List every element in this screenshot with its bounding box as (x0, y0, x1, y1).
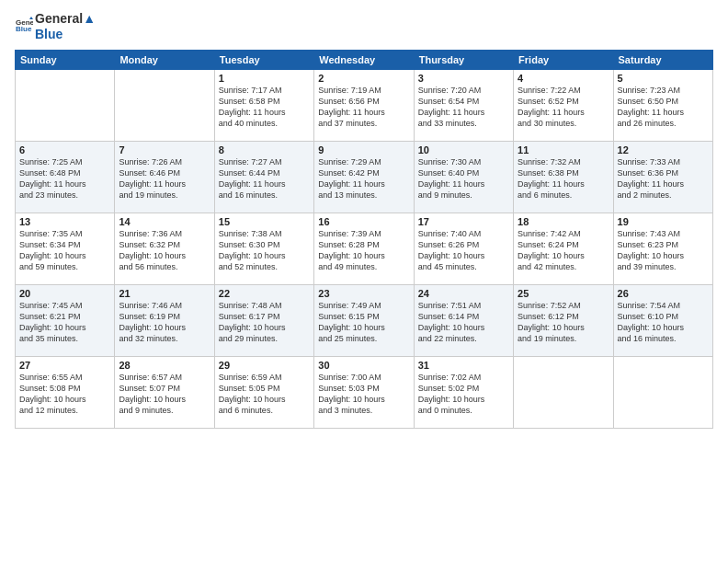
calendar-cell: 1Sunrise: 7:17 AM Sunset: 6:58 PM Daylig… (214, 69, 313, 141)
calendar-cell: 23Sunrise: 7:49 AM Sunset: 6:15 PM Dayli… (314, 284, 414, 356)
day-number: 27 (19, 360, 110, 371)
calendar-cell: 2Sunrise: 7:19 AM Sunset: 6:56 PM Daylig… (314, 69, 414, 141)
calendar-week-row: 6Sunrise: 7:25 AM Sunset: 6:48 PM Daylig… (16, 141, 713, 213)
day-number: 22 (219, 288, 310, 299)
day-info: Sunrise: 7:39 AM Sunset: 6:28 PM Dayligh… (318, 228, 409, 273)
weekday-header-row: SundayMondayTuesdayWednesdayThursdayFrid… (16, 50, 713, 69)
day-number: 11 (518, 144, 609, 155)
day-info: Sunrise: 7:23 AM Sunset: 6:50 PM Dayligh… (618, 85, 709, 130)
day-info: Sunrise: 6:59 AM Sunset: 5:05 PM Dayligh… (219, 372, 310, 417)
calendar-cell: 30Sunrise: 7:00 AM Sunset: 5:03 PM Dayli… (314, 356, 414, 428)
calendar-cell (613, 356, 712, 428)
weekday-header-friday: Friday (514, 50, 613, 69)
calendar-page: General Blue General▲ Blue SundayMondayT… (0, 0, 728, 563)
calendar-cell: 24Sunrise: 7:51 AM Sunset: 6:14 PM Dayli… (414, 284, 513, 356)
header: General Blue General▲ Blue (15, 11, 713, 42)
calendar-cell: 25Sunrise: 7:52 AM Sunset: 6:12 PM Dayli… (514, 284, 613, 356)
logo-text-line2: Blue (35, 27, 96, 42)
calendar-cell: 17Sunrise: 7:40 AM Sunset: 6:26 PM Dayli… (414, 213, 513, 284)
calendar-week-row: 1Sunrise: 7:17 AM Sunset: 6:58 PM Daylig… (16, 69, 713, 141)
svg-marker-2 (29, 17, 33, 19)
day-number: 29 (219, 360, 310, 371)
day-number: 8 (219, 144, 310, 155)
calendar-cell: 21Sunrise: 7:46 AM Sunset: 6:19 PM Dayli… (115, 284, 214, 356)
weekday-header-monday: Monday (115, 50, 214, 69)
calendar-cell: 31Sunrise: 7:02 AM Sunset: 5:02 PM Dayli… (414, 356, 513, 428)
day-info: Sunrise: 7:38 AM Sunset: 6:30 PM Dayligh… (219, 228, 310, 273)
calendar-cell: 7Sunrise: 7:26 AM Sunset: 6:46 PM Daylig… (115, 141, 214, 213)
calendar-cell: 22Sunrise: 7:48 AM Sunset: 6:17 PM Dayli… (214, 284, 313, 356)
day-info: Sunrise: 7:43 AM Sunset: 6:23 PM Dayligh… (618, 228, 709, 273)
calendar-cell (16, 69, 115, 141)
calendar-cell: 28Sunrise: 6:57 AM Sunset: 5:07 PM Dayli… (115, 356, 214, 428)
day-info: Sunrise: 7:45 AM Sunset: 6:21 PM Dayligh… (19, 300, 110, 345)
calendar-cell: 20Sunrise: 7:45 AM Sunset: 6:21 PM Dayli… (16, 284, 115, 356)
day-info: Sunrise: 7:25 AM Sunset: 6:48 PM Dayligh… (19, 156, 110, 201)
calendar-cell (514, 356, 613, 428)
day-number: 14 (119, 216, 210, 227)
day-number: 9 (318, 144, 409, 155)
logo: General Blue General▲ Blue (15, 11, 96, 42)
day-number: 23 (318, 288, 409, 299)
day-number: 20 (19, 288, 110, 299)
calendar-week-row: 27Sunrise: 6:55 AM Sunset: 5:08 PM Dayli… (16, 356, 713, 428)
weekday-header-tuesday: Tuesday (214, 50, 313, 69)
day-number: 5 (618, 73, 709, 84)
day-info: Sunrise: 7:00 AM Sunset: 5:03 PM Dayligh… (318, 372, 409, 417)
day-info: Sunrise: 7:52 AM Sunset: 6:12 PM Dayligh… (518, 300, 609, 345)
day-info: Sunrise: 7:30 AM Sunset: 6:40 PM Dayligh… (418, 156, 509, 201)
calendar-cell: 8Sunrise: 7:27 AM Sunset: 6:44 PM Daylig… (214, 141, 313, 213)
calendar-cell: 6Sunrise: 7:25 AM Sunset: 6:48 PM Daylig… (16, 141, 115, 213)
calendar-cell: 19Sunrise: 7:43 AM Sunset: 6:23 PM Dayli… (613, 213, 712, 284)
day-number: 16 (318, 216, 409, 227)
day-info: Sunrise: 7:51 AM Sunset: 6:14 PM Dayligh… (418, 300, 509, 345)
day-info: Sunrise: 7:35 AM Sunset: 6:34 PM Dayligh… (19, 228, 110, 273)
calendar-cell: 9Sunrise: 7:29 AM Sunset: 6:42 PM Daylig… (314, 141, 414, 213)
day-info: Sunrise: 7:29 AM Sunset: 6:42 PM Dayligh… (318, 156, 409, 201)
day-number: 28 (119, 360, 210, 371)
calendar-cell: 26Sunrise: 7:54 AM Sunset: 6:10 PM Dayli… (613, 284, 712, 356)
day-number: 21 (119, 288, 210, 299)
day-number: 6 (19, 144, 110, 155)
calendar-cell: 5Sunrise: 7:23 AM Sunset: 6:50 PM Daylig… (613, 69, 712, 141)
calendar-cell: 10Sunrise: 7:30 AM Sunset: 6:40 PM Dayli… (414, 141, 513, 213)
calendar-cell: 15Sunrise: 7:38 AM Sunset: 6:30 PM Dayli… (214, 213, 313, 284)
day-info: Sunrise: 7:27 AM Sunset: 6:44 PM Dayligh… (219, 156, 310, 201)
day-number: 26 (618, 288, 709, 299)
calendar-table: SundayMondayTuesdayWednesdayThursdayFrid… (15, 50, 713, 429)
day-info: Sunrise: 7:17 AM Sunset: 6:58 PM Dayligh… (219, 85, 310, 130)
day-info: Sunrise: 7:42 AM Sunset: 6:24 PM Dayligh… (518, 228, 609, 273)
day-info: Sunrise: 7:33 AM Sunset: 6:36 PM Dayligh… (618, 156, 709, 201)
day-info: Sunrise: 7:36 AM Sunset: 6:32 PM Dayligh… (119, 228, 210, 273)
calendar-cell: 29Sunrise: 6:59 AM Sunset: 5:05 PM Dayli… (214, 356, 313, 428)
logo-text-line1: General▲ (35, 11, 96, 27)
day-info: Sunrise: 7:26 AM Sunset: 6:46 PM Dayligh… (119, 156, 210, 201)
weekday-header-thursday: Thursday (414, 50, 513, 69)
day-number: 13 (19, 216, 110, 227)
day-number: 25 (518, 288, 609, 299)
day-number: 24 (418, 288, 509, 299)
weekday-header-wednesday: Wednesday (314, 50, 414, 69)
day-info: Sunrise: 7:20 AM Sunset: 6:54 PM Dayligh… (418, 85, 509, 130)
day-number: 2 (318, 73, 409, 84)
calendar-cell: 12Sunrise: 7:33 AM Sunset: 6:36 PM Dayli… (613, 141, 712, 213)
calendar-week-row: 20Sunrise: 7:45 AM Sunset: 6:21 PM Dayli… (16, 284, 713, 356)
calendar-cell: 27Sunrise: 6:55 AM Sunset: 5:08 PM Dayli… (16, 356, 115, 428)
day-number: 19 (618, 216, 709, 227)
day-number: 3 (418, 73, 509, 84)
day-info: Sunrise: 7:32 AM Sunset: 6:38 PM Dayligh… (518, 156, 609, 201)
day-number: 15 (219, 216, 310, 227)
weekday-header-saturday: Saturday (613, 50, 712, 69)
calendar-cell: 3Sunrise: 7:20 AM Sunset: 6:54 PM Daylig… (414, 69, 513, 141)
svg-text:Blue: Blue (16, 25, 32, 33)
calendar-cell: 14Sunrise: 7:36 AM Sunset: 6:32 PM Dayli… (115, 213, 214, 284)
calendar-cell: 4Sunrise: 7:22 AM Sunset: 6:52 PM Daylig… (514, 69, 613, 141)
day-info: Sunrise: 7:48 AM Sunset: 6:17 PM Dayligh… (219, 300, 310, 345)
day-number: 7 (119, 144, 210, 155)
day-info: Sunrise: 7:02 AM Sunset: 5:02 PM Dayligh… (418, 372, 509, 417)
day-number: 1 (219, 73, 310, 84)
day-number: 12 (618, 144, 709, 155)
day-number: 17 (418, 216, 509, 227)
calendar-cell: 13Sunrise: 7:35 AM Sunset: 6:34 PM Dayli… (16, 213, 115, 284)
calendar-cell: 11Sunrise: 7:32 AM Sunset: 6:38 PM Dayli… (514, 141, 613, 213)
